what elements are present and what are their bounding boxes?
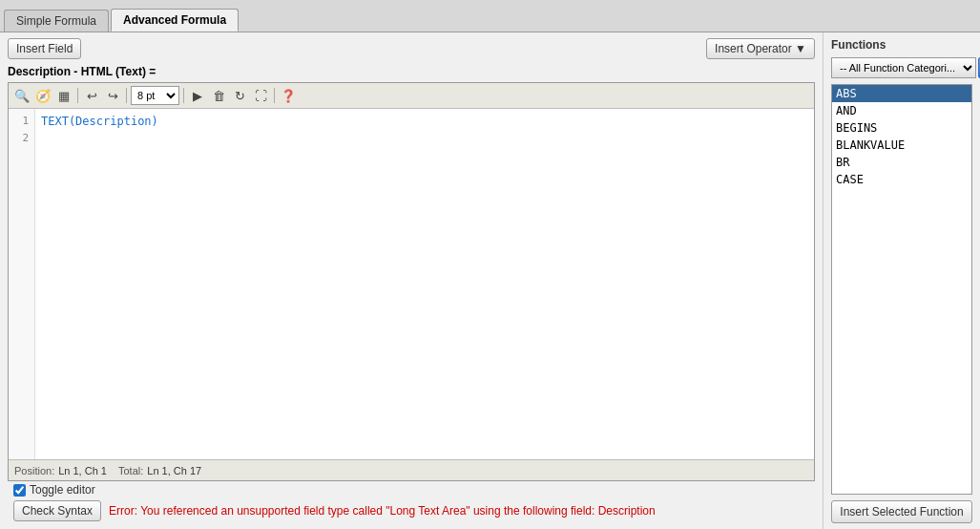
function-item-blankvalue[interactable]: BLANKVALUE [832,137,971,154]
toolbar-sep3 [183,88,184,103]
formula-label: Description - HTML (Text) = [8,65,815,78]
tab-bar: Simple Formula Advanced Formula [0,0,980,32]
error-message: Error: You referenced an unsupported fie… [109,504,656,518]
status-bar: Position: Ln 1, Ch 1 Total: Ln 1, Ch 17 [9,459,814,480]
tab-simple-formula[interactable]: Simple Formula [4,10,109,32]
toolbar-sep4 [274,88,275,103]
position-status: Position: Ln 1, Ch 1 [14,465,107,476]
error-row: Check Syntax Error: You referenced an un… [8,498,815,523]
total-label: Total: [118,465,143,476]
function-item-case[interactable]: CASE [832,171,971,188]
total-status: Total: Ln 1, Ch 17 [118,465,201,476]
main-content: Insert Field Insert Operator ▼ Descripti… [0,32,980,529]
insert-field-button[interactable]: Insert Field [8,38,81,59]
editor-container: 🔍 🧭 ▦ ↩ ↪ 8 pt 10 pt 12 pt ▶ 🗑 ↻ ⛶ ❓ [8,82,815,481]
functions-list[interactable]: ABS AND BEGINS BLANKVALUE BR CASE [831,84,972,495]
redo-icon[interactable]: ↪ [103,86,122,105]
category-select[interactable]: -- All Function Categori... [831,57,976,78]
left-panel: Insert Field Insert Operator ▼ Descripti… [0,32,823,529]
editor-area[interactable]: 1 2 TEXT(Description) [9,109,814,459]
code-line-1: TEXT(Description) [41,113,808,130]
function-text: TEXT(Description) [41,115,158,128]
toggle-editor-label: Toggle editor [30,483,95,497]
toolbar-row: Insert Field Insert Operator ▼ [8,38,815,59]
functions-title: Functions [831,38,972,52]
function-item-abs[interactable]: ABS [832,85,971,102]
insert-operator-button[interactable]: Insert Operator ▼ [706,38,815,59]
refresh-icon[interactable]: ↻ [230,86,249,105]
position-value: Ln 1, Ch 1 [58,465,107,476]
insert-selected-function-button[interactable]: Insert Selected Function [831,500,972,523]
toolbar-sep1 [77,88,78,103]
nav-icon[interactable]: 🧭 [33,86,52,105]
toolbar-sep2 [126,88,127,103]
undo-icon[interactable]: ↩ [82,86,101,105]
line-numbers: 1 2 [9,109,35,459]
tab-advanced-formula[interactable]: Advanced Formula [111,9,239,32]
find-icon[interactable]: 🔍 [12,86,31,105]
category-select-wrapper: -- All Function Categori... ▼ [831,57,972,78]
bottom-area: Toggle editor Check Syntax Error: You re… [8,481,815,523]
clear-icon[interactable]: 🗑 [209,86,228,105]
position-label: Position: [14,465,54,476]
fullscreen-icon[interactable]: ⛶ [251,86,270,105]
code-line-2 [41,130,808,147]
total-value: Ln 1, Ch 17 [147,465,201,476]
run-icon[interactable]: ▶ [188,86,207,105]
toggle-check-row: Toggle editor [8,481,815,498]
function-item-br[interactable]: BR [832,154,971,171]
function-item-begins[interactable]: BEGINS [832,119,971,137]
code-area[interactable]: TEXT(Description) [35,109,814,459]
editor-toolbar: 🔍 🧭 ▦ ↩ ↪ 8 pt 10 pt 12 pt ▶ 🗑 ↻ ⛶ ❓ [9,83,814,109]
help-icon[interactable]: ❓ [279,86,298,105]
right-panel: Functions -- All Function Categori... ▼ … [823,32,980,529]
toggle-editor-checkbox[interactable] [13,484,26,497]
function-item-and[interactable]: AND [832,102,971,119]
grid-icon[interactable]: ▦ [54,86,73,105]
check-syntax-button[interactable]: Check Syntax [13,500,101,521]
font-size-select[interactable]: 8 pt 10 pt 12 pt [131,86,179,105]
